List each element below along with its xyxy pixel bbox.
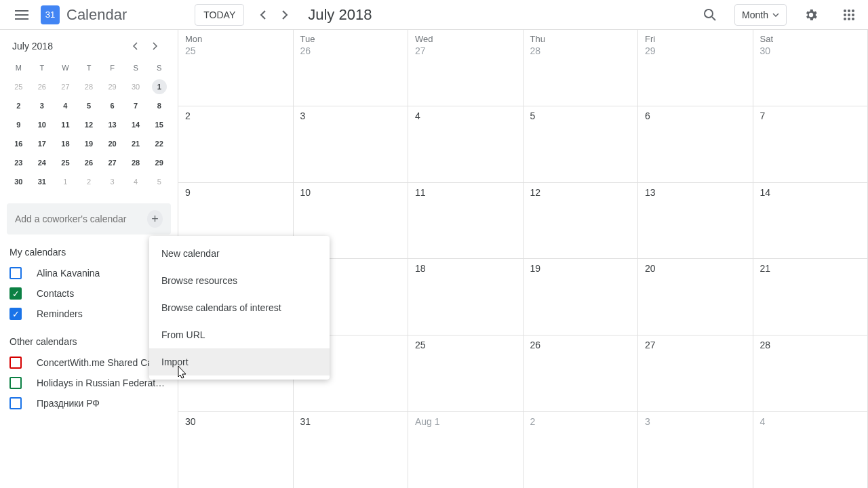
- calendar-item[interactable]: ConcertWith.me Shared Cal…: [7, 352, 171, 373]
- calendar-item[interactable]: ✓Reminders: [7, 304, 171, 324]
- mini-day[interactable]: 21: [124, 134, 148, 153]
- day-cell[interactable]: 30: [178, 412, 294, 488]
- day-cell[interactable]: 11: [408, 183, 524, 259]
- day-cell[interactable]: 18: [408, 259, 524, 335]
- mini-day[interactable]: 4: [124, 172, 148, 191]
- mini-day[interactable]: 18: [54, 134, 77, 153]
- mini-day[interactable]: 16: [7, 134, 31, 153]
- day-cell[interactable]: Fri29: [638, 30, 753, 106]
- day-cell[interactable]: 7: [753, 106, 869, 182]
- mini-day[interactable]: 22: [147, 134, 171, 153]
- day-cell[interactable]: 3: [638, 412, 753, 488]
- mini-day[interactable]: 15: [147, 115, 171, 134]
- day-cell[interactable]: 21: [753, 259, 869, 335]
- menu-item[interactable]: From URL: [149, 321, 330, 348]
- day-cell[interactable]: Tue26: [294, 30, 409, 106]
- day-cell[interactable]: Wed27: [408, 30, 524, 106]
- mini-day[interactable]: 20: [100, 134, 124, 153]
- calendar-checkbox[interactable]: [9, 357, 22, 369]
- mini-day[interactable]: 27: [54, 77, 77, 96]
- calendar-item[interactable]: Holidays in Russian Federat…: [7, 373, 171, 393]
- mini-day[interactable]: 1: [152, 79, 167, 94]
- day-cell[interactable]: 25: [408, 336, 524, 411]
- mini-day[interactable]: 26: [31, 77, 54, 96]
- day-cell[interactable]: 3: [294, 106, 409, 182]
- mini-day[interactable]: 1: [54, 172, 77, 191]
- main-menu-button[interactable]: [5, 0, 38, 30]
- day-cell[interactable]: 27: [638, 336, 753, 411]
- day-cell[interactable]: 19: [524, 259, 639, 335]
- mini-day[interactable]: 2: [77, 172, 101, 191]
- day-cell[interactable]: Aug 1: [408, 412, 524, 488]
- mini-day[interactable]: 14: [124, 115, 148, 134]
- calendar-item[interactable]: Праздники РФ: [7, 393, 171, 413]
- day-cell[interactable]: 14: [753, 183, 869, 259]
- mini-day[interactable]: 12: [77, 115, 101, 134]
- mini-day[interactable]: 3: [100, 172, 124, 191]
- day-cell[interactable]: 5: [524, 106, 639, 182]
- menu-item[interactable]: Import: [149, 348, 330, 375]
- mini-day[interactable]: 10: [31, 115, 54, 134]
- day-cell[interactable]: 4: [753, 412, 869, 488]
- mini-next-button[interactable]: [152, 42, 165, 50]
- add-coworker-box[interactable]: +: [7, 203, 171, 235]
- day-cell[interactable]: 6: [638, 106, 753, 182]
- mini-day[interactable]: 9: [7, 115, 31, 134]
- day-cell[interactable]: 13: [638, 183, 753, 259]
- calendar-item[interactable]: ✓Contacts: [7, 283, 171, 304]
- view-select[interactable]: Month: [734, 4, 787, 26]
- mini-day[interactable]: 28: [77, 77, 101, 96]
- mini-day[interactable]: 11: [54, 115, 77, 134]
- day-cell[interactable]: 26: [524, 336, 639, 411]
- add-coworker-input[interactable]: [15, 214, 147, 224]
- calendar-checkbox[interactable]: [9, 397, 22, 409]
- my-calendars-heading[interactable]: My calendars: [9, 247, 168, 258]
- apps-button[interactable]: [835, 1, 863, 28]
- mini-day[interactable]: 25: [7, 77, 31, 96]
- mini-day[interactable]: 29: [147, 153, 171, 172]
- mini-day[interactable]: 5: [147, 172, 171, 191]
- menu-item[interactable]: New calendar: [149, 240, 330, 267]
- day-cell[interactable]: 2: [524, 412, 639, 488]
- day-cell[interactable]: 12: [524, 183, 639, 259]
- day-cell[interactable]: 4: [408, 106, 524, 182]
- mini-prev-button[interactable]: [133, 42, 146, 50]
- mini-day[interactable]: 17: [31, 134, 54, 153]
- mini-day[interactable]: 19: [77, 134, 101, 153]
- menu-item[interactable]: Browse resources: [149, 267, 330, 294]
- mini-day[interactable]: 5: [77, 96, 101, 115]
- settings-button[interactable]: [797, 1, 825, 28]
- mini-day[interactable]: 6: [100, 96, 124, 115]
- day-cell[interactable]: 2: [178, 106, 294, 182]
- calendar-checkbox[interactable]: [9, 377, 22, 389]
- mini-day[interactable]: 3: [31, 96, 54, 115]
- mini-day[interactable]: 31: [31, 172, 54, 191]
- mini-day[interactable]: 2: [7, 96, 31, 115]
- prev-period-button[interactable]: [252, 4, 274, 26]
- day-cell[interactable]: 31: [294, 412, 409, 488]
- day-cell[interactable]: Thu28: [524, 30, 639, 106]
- menu-item[interactable]: Browse calendars of interest: [149, 294, 330, 321]
- mini-day[interactable]: 13: [100, 115, 124, 134]
- mini-day[interactable]: 7: [124, 96, 148, 115]
- calendar-checkbox[interactable]: ✓: [9, 287, 22, 300]
- day-cell[interactable]: 20: [638, 259, 753, 335]
- mini-day[interactable]: 30: [7, 172, 31, 191]
- next-period-button[interactable]: [274, 4, 296, 26]
- day-cell[interactable]: Mon25: [178, 30, 294, 106]
- mini-day[interactable]: 27: [100, 153, 124, 172]
- day-cell[interactable]: 28: [753, 336, 869, 411]
- calendar-checkbox[interactable]: [9, 267, 22, 279]
- calendar-checkbox[interactable]: ✓: [9, 308, 22, 320]
- mini-day[interactable]: 8: [147, 96, 171, 115]
- mini-day[interactable]: 29: [100, 77, 124, 96]
- search-button[interactable]: [696, 1, 724, 28]
- other-calendars-heading[interactable]: Other calendars: [9, 336, 168, 347]
- mini-day[interactable]: 24: [31, 153, 54, 172]
- mini-day[interactable]: 23: [7, 153, 31, 172]
- mini-day[interactable]: 4: [54, 96, 77, 115]
- today-button[interactable]: TODAY: [195, 4, 244, 26]
- day-cell[interactable]: Sat30: [753, 30, 869, 106]
- add-coworker-plus-button[interactable]: +: [147, 210, 163, 228]
- mini-day[interactable]: 28: [124, 153, 148, 172]
